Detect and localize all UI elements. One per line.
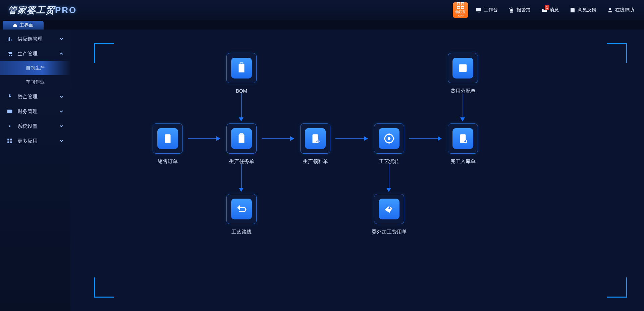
chevron-down-icon <box>59 109 64 114</box>
card-icon <box>7 108 13 114</box>
siren-icon <box>508 7 515 13</box>
sidebar-funds[interactable]: 资金管理 <box>0 89 70 104</box>
node-sales-order[interactable]: 销售订单 <box>148 123 188 165</box>
tab-main[interactable]: 主界面 <box>3 21 44 30</box>
chevron-up-icon <box>59 51 64 56</box>
connector <box>389 164 389 189</box>
node-outsourcing-fee[interactable]: 委外加工费用单 <box>369 194 409 235</box>
sidebar-production[interactable]: 生产管理 <box>0 46 70 61</box>
docbadge-icon <box>310 133 321 144</box>
app-logo: 管家婆工贸PRO <box>8 4 77 16</box>
arrow-down-icon <box>239 117 244 121</box>
sidebar-settings[interactable]: 系统设置 <box>0 119 70 134</box>
node-process-route[interactable]: 工艺路线 <box>221 194 262 235</box>
nav-messages[interactable]: 1 消息 <box>541 7 559 13</box>
node-production-task[interactable]: 生产任务单 <box>221 123 262 165</box>
note-icon <box>570 7 576 13</box>
arrow-down-icon <box>386 188 391 192</box>
sidebar: 供应链管理 生产管理 自制生产 车间作业 资金管理 财务管理 系统设置 <box>0 30 70 311</box>
grid-icon <box>7 138 13 144</box>
nav-help[interactable]: 在线帮助 <box>607 7 634 13</box>
arrow-right-icon <box>290 136 294 141</box>
docdown-icon <box>457 133 469 144</box>
flow-diagram: BOM 费用分配单 销售订单 生产任务单 生产领料单 <box>94 43 627 298</box>
nav-feedback[interactable]: 意见反馈 <box>570 7 596 13</box>
sidebar-sub-self-production[interactable]: 自制生产 <box>0 61 70 75</box>
share-icon <box>457 62 469 74</box>
nav-alarm[interactable]: 报警簿 <box>508 7 531 13</box>
sidebar-more-apps[interactable]: 更多应用 <box>0 134 70 148</box>
sidebar-sub-workshop[interactable]: 车间作业 <box>0 75 70 89</box>
money-icon <box>383 203 395 215</box>
topbar: 管家婆工贸PRO 物联宝 APP 工作台 报警簿 1 消息 意见反馈 在线帮助 <box>0 0 644 20</box>
arrow-right-icon <box>438 136 442 141</box>
top-nav: 工作台 报警簿 1 消息 意见反馈 在线帮助 <box>476 7 634 13</box>
dollar-icon <box>7 94 13 100</box>
connector <box>409 138 438 139</box>
connector <box>335 138 364 139</box>
node-fee-allocation[interactable]: 费用分配单 <box>443 53 483 94</box>
chevron-down-icon <box>59 94 64 99</box>
cart-icon <box>7 51 13 57</box>
arrow-right-icon <box>364 136 368 141</box>
chart-icon <box>7 36 13 42</box>
message-badge: 1 <box>545 5 549 10</box>
gear-icon <box>7 123 13 129</box>
node-process-flow[interactable]: 工艺流转 <box>369 123 409 165</box>
return-icon <box>236 203 247 215</box>
home-icon <box>13 23 17 28</box>
arrow-right-icon <box>216 136 220 141</box>
arrow-down-icon <box>460 117 465 121</box>
diagram-frame: BOM 费用分配单 销售订单 生产任务单 生产领料单 <box>94 43 627 298</box>
connector <box>463 93 463 118</box>
node-material-requisition[interactable]: 生产领料单 <box>295 123 335 165</box>
chevron-down-icon <box>59 37 64 41</box>
download-icon <box>162 133 173 144</box>
connector <box>262 138 290 139</box>
node-finished-inbound[interactable]: 完工入库单 <box>443 123 483 165</box>
nav-workbench[interactable]: 工作台 <box>476 7 498 13</box>
gearcycle-icon <box>383 133 395 144</box>
arrow-down-icon <box>239 188 244 192</box>
doc-icon <box>236 62 247 74</box>
sidebar-finance[interactable]: 财务管理 <box>0 104 70 119</box>
node-bom[interactable]: BOM <box>221 53 262 94</box>
chevron-down-icon <box>59 139 64 143</box>
monitor-icon <box>476 7 482 13</box>
connector <box>241 93 242 118</box>
qr-icon <box>457 2 464 9</box>
user-icon <box>607 7 613 13</box>
doc-icon <box>236 133 247 144</box>
chevron-down-icon <box>59 124 64 128</box>
content-area: BOM 费用分配单 销售订单 生产任务单 生产领料单 <box>70 30 644 311</box>
sidebar-supply-chain[interactable]: 供应链管理 <box>0 32 70 46</box>
connector <box>241 164 242 189</box>
connector <box>188 138 216 139</box>
iot-app-button[interactable]: 物联宝 APP <box>453 2 468 18</box>
tab-row: 主界面 <box>0 20 644 30</box>
